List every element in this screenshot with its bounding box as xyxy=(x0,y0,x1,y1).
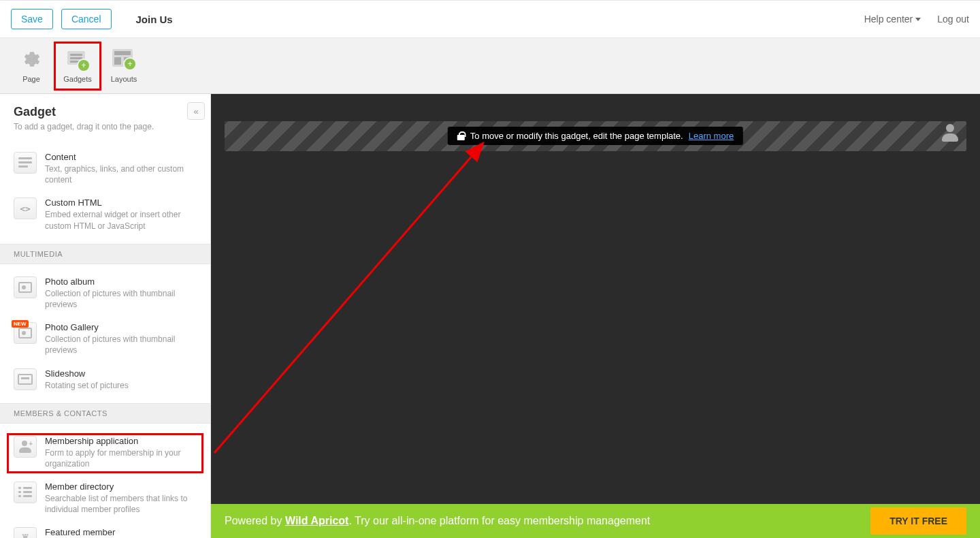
canvas: To move or modify this gadget, edit the … xyxy=(211,94,980,538)
gadget-desc: Form to apply for membership in your org… xyxy=(45,447,197,469)
gadget-member-directory[interactable]: Member directory Searchable list of memb… xyxy=(0,476,210,522)
footer-text: Powered by Wild Apricot. Try our all-in-… xyxy=(225,515,650,527)
gadget-label: Photo album xyxy=(45,276,197,287)
gadget-photo-gallery[interactable]: NEW Photo Gallery Collection of pictures… xyxy=(0,317,210,362)
gadget-group-multimedia: Photo album Collection of pictures with … xyxy=(0,264,210,398)
toolbar: Page + Gadgets + Layouts xyxy=(0,38,980,94)
avatar-icon xyxy=(941,123,960,142)
gadget-desc: Searchable list of members that links to… xyxy=(45,493,197,515)
sidebar-subtitle: To add a gadget, drag it onto the page. xyxy=(14,122,197,131)
gadget-membership-application[interactable]: + Membership application Form to apply f… xyxy=(5,432,205,475)
try-free-button[interactable]: TRY IT FREE xyxy=(870,507,966,535)
template-tooltip: To move or modify this gadget, edit the … xyxy=(448,127,743,145)
tool-page-label: Page xyxy=(22,75,40,83)
tooltip-text: To move or modify this gadget, edit the … xyxy=(470,131,683,141)
featured-icon: ♜ xyxy=(14,527,37,538)
gadget-label: Custom HTML xyxy=(45,197,197,208)
gadget-label: Photo Gallery xyxy=(45,322,197,332)
gadget-desc: Collection of pictures with thumbnail pr… xyxy=(45,334,197,355)
gadget-label: Content xyxy=(45,152,197,162)
gadget-label: Slideshow xyxy=(45,368,197,379)
tool-page[interactable]: Page xyxy=(8,42,54,90)
tool-gadgets[interactable]: + Gadgets xyxy=(54,42,101,90)
footer-suffix: . Try our all-in-one platform for easy m… xyxy=(348,515,650,526)
footer-brand-link[interactable]: Wild Apricot xyxy=(285,515,348,526)
sidebar-title: Gadget xyxy=(14,105,197,119)
sidebar: Gadget To add a gadget, drag it onto the… xyxy=(0,94,211,538)
section-members: MEMBERS & CONTACTS xyxy=(0,403,210,424)
chevron-down-icon xyxy=(915,18,921,21)
gadget-desc: Collection of pictures with thumbnail pr… xyxy=(45,288,197,310)
gadget-desc: Embed external widget or insert other cu… xyxy=(45,209,197,231)
save-button[interactable]: Save xyxy=(11,9,53,29)
gadgets-icon: + xyxy=(66,49,89,71)
footer: Powered by Wild Apricot. Try our all-in-… xyxy=(211,504,980,538)
tool-layouts[interactable]: + Layouts xyxy=(101,42,147,90)
help-center-dropdown[interactable]: Help center xyxy=(864,14,921,25)
cancel-button[interactable]: Cancel xyxy=(61,9,112,29)
person-add-icon: + xyxy=(14,436,37,458)
gadget-desc: Rotating set of pictures xyxy=(45,380,197,391)
slideshow-icon xyxy=(14,368,37,390)
new-badge: NEW xyxy=(12,320,29,328)
tool-gadgets-label: Gadgets xyxy=(63,75,92,83)
plus-icon: + xyxy=(78,60,89,71)
footer-prefix: Powered by xyxy=(225,515,285,526)
gadget-photo-album[interactable]: Photo album Collection of pictures with … xyxy=(0,271,210,317)
gadget-featured-member[interactable]: ♜ Featured member Display random member(… xyxy=(0,522,210,538)
collapse-sidebar-button[interactable]: « xyxy=(187,102,205,120)
photo-icon: NEW xyxy=(14,322,37,344)
gadget-desc: Text, graphics, links, and other custom … xyxy=(45,163,197,185)
sidebar-header: Gadget To add a gadget, drag it onto the… xyxy=(0,94,210,140)
logout-link[interactable]: Log out xyxy=(937,14,969,25)
gadget-slideshow[interactable]: Slideshow Rotating set of pictures xyxy=(0,363,210,398)
gear-icon xyxy=(20,49,43,71)
code-icon: <> xyxy=(14,197,37,219)
gadget-label: Membership application xyxy=(45,436,197,446)
gadget-label: Featured member xyxy=(45,527,197,537)
topbar-right: Help center Log out xyxy=(864,14,969,25)
topbar: Save Cancel Join Us Help center Log out xyxy=(0,0,980,38)
page-title: Join Us xyxy=(136,14,173,25)
topbar-left: Save Cancel Join Us xyxy=(11,9,173,29)
main: Gadget To add a gadget, drag it onto the… xyxy=(0,94,980,538)
list-icon xyxy=(14,481,37,503)
lock-icon xyxy=(457,131,465,140)
layouts-icon: + xyxy=(112,49,135,71)
gadget-label: Member directory xyxy=(45,481,197,492)
gadget-content[interactable]: Content Text, graphics, links, and other… xyxy=(0,146,210,192)
plus-icon: + xyxy=(125,59,135,69)
gadget-group-basic: Content Text, graphics, links, and other… xyxy=(0,140,210,238)
help-center-label: Help center xyxy=(864,14,913,25)
tool-layouts-label: Layouts xyxy=(111,75,137,83)
section-multimedia: MULTIMEDIA xyxy=(0,244,210,264)
photo-icon xyxy=(14,276,37,298)
content-icon xyxy=(14,152,37,174)
gadget-custom-html[interactable]: <> Custom HTML Embed external widget or … xyxy=(0,192,210,238)
gadget-group-members: + Membership application Form to apply f… xyxy=(0,424,210,538)
learn-more-link[interactable]: Learn more xyxy=(689,131,734,141)
